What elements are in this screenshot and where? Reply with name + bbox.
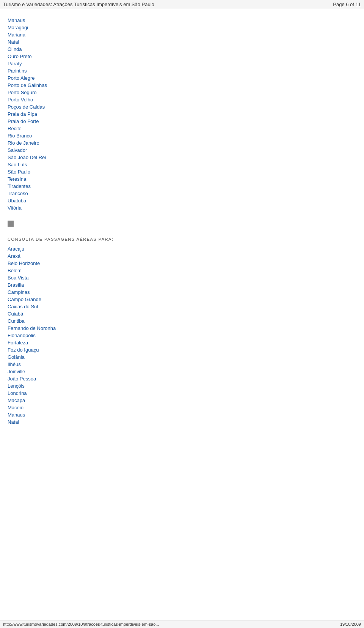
list-item: São João Del Rei: [8, 154, 353, 161]
city-link[interactable]: Mariana: [8, 32, 25, 38]
city-link[interactable]: Aracaju: [8, 246, 24, 252]
city-link[interactable]: Olinda: [8, 46, 22, 52]
list-item: Mariana: [8, 31, 353, 38]
city-link[interactable]: Manaus: [8, 412, 25, 418]
list-item: Cuiabá: [8, 310, 353, 317]
city-link[interactable]: Fernando de Noronha: [8, 325, 56, 331]
list-item: Porto Seguro: [8, 89, 353, 96]
list-item: Manaus: [8, 17, 353, 24]
city-link[interactable]: Brasília: [8, 282, 24, 288]
list-item: Araxá: [8, 252, 353, 260]
list-item: Rio Branco: [8, 132, 353, 139]
list-item: Caxias do Sul: [8, 303, 353, 310]
page-indicator: Page 6 of 11: [333, 2, 361, 7]
header-bar: Turismo e Variedades: Atrações Turística…: [0, 0, 364, 9]
city-link[interactable]: Manaus: [8, 17, 25, 23]
list-item: Recife: [8, 125, 353, 132]
list-item: Aracaju: [8, 245, 353, 252]
list-item: Manaus: [8, 411, 353, 418]
city-link[interactable]: Cuiabá: [8, 311, 23, 317]
city-link[interactable]: Florianópolis: [8, 333, 36, 338]
city-link[interactable]: São Paulo: [8, 169, 30, 175]
content-area: ManausMaragogiMarianaNatalOlindaOuro Pre…: [0, 9, 364, 437]
city-link[interactable]: Belo Horizonte: [8, 260, 40, 266]
list-item: Fernando de Noronha: [8, 325, 353, 332]
city-link[interactable]: Goiânia: [8, 354, 25, 360]
list-item: Porto Velho: [8, 96, 353, 103]
list-item: Londrina: [8, 390, 353, 397]
city-link[interactable]: Vitória: [8, 205, 22, 211]
city-link[interactable]: Joinville: [8, 369, 25, 374]
city-link[interactable]: Recife: [8, 126, 22, 131]
city-link[interactable]: Campo Grande: [8, 297, 41, 302]
list-item: Boa Vista: [8, 274, 353, 281]
city-link[interactable]: Ouro Preto: [8, 54, 32, 59]
list-item: Ilhéus: [8, 361, 353, 368]
city-link[interactable]: Praia da Pipa: [8, 111, 37, 117]
city-link[interactable]: Ubatuba: [8, 198, 26, 204]
bottom-city-list: AracajuAraxáBelo HorizonteBelémBoa Vista…: [8, 245, 353, 426]
city-link[interactable]: Londrina: [8, 390, 27, 396]
city-link[interactable]: Praia do Forte: [8, 118, 39, 124]
list-item: Parintins: [8, 67, 353, 74]
list-item: São Paulo: [8, 168, 353, 175]
list-item: Olinda: [8, 46, 353, 53]
city-link[interactable]: Salvador: [8, 147, 27, 153]
city-link[interactable]: Paraty: [8, 61, 22, 66]
list-item: Brasília: [8, 281, 353, 289]
city-link[interactable]: Teresina: [8, 176, 26, 182]
list-item: Porto Alegre: [8, 74, 353, 82]
city-link[interactable]: Porto de Galinhas: [8, 82, 47, 88]
city-link[interactable]: Caxias do Sul: [8, 304, 38, 309]
list-item: Vitória: [8, 204, 353, 211]
city-link[interactable]: Curitiba: [8, 318, 25, 324]
city-link[interactable]: Fortaleza: [8, 340, 28, 346]
city-link[interactable]: Rio de Janeiro: [8, 140, 39, 146]
list-item: Teresina: [8, 175, 353, 183]
city-link[interactable]: Lençóis: [8, 383, 25, 389]
city-link[interactable]: Campinas: [8, 289, 30, 295]
city-link[interactable]: Natal: [8, 419, 19, 425]
list-item: Rio de Janeiro: [8, 139, 353, 147]
top-city-list: ManausMaragogiMarianaNatalOlindaOuro Pre…: [8, 17, 353, 211]
city-link[interactable]: Araxá: [8, 253, 20, 259]
city-link[interactable]: Natal: [8, 39, 19, 45]
list-item: Natal: [8, 418, 353, 426]
city-link[interactable]: Foz do Iguaçu: [8, 347, 39, 353]
city-link[interactable]: Poços de Caldas: [8, 104, 45, 110]
city-link[interactable]: João Pessoa: [8, 376, 36, 382]
list-item: Praia do Forte: [8, 118, 353, 125]
city-link[interactable]: São João Del Rei: [8, 155, 46, 160]
section-label: CONSULTA DE PASSAGENS AÉREAS PARA:: [8, 237, 353, 241]
city-link[interactable]: Parintins: [8, 68, 27, 74]
city-link[interactable]: Porto Seguro: [8, 90, 37, 95]
city-link[interactable]: Ilhéus: [8, 361, 21, 367]
list-item: Praia da Pipa: [8, 110, 353, 118]
city-link[interactable]: Boa Vista: [8, 275, 28, 281]
city-link[interactable]: Belém: [8, 268, 22, 273]
city-link[interactable]: Porto Velho: [8, 97, 33, 103]
list-item: Fortaleza: [8, 339, 353, 346]
list-item: Curitiba: [8, 317, 353, 325]
list-item: Maceió: [8, 404, 353, 411]
list-item: Ubatuba: [8, 197, 353, 204]
city-link[interactable]: Maragogi: [8, 25, 28, 30]
city-link[interactable]: Rio Branco: [8, 133, 32, 139]
page-title: Turismo e Variedades: Atrações Turística…: [3, 2, 154, 7]
list-item: Paraty: [8, 60, 353, 67]
list-item: João Pessoa: [8, 375, 353, 382]
list-item: Belo Horizonte: [8, 260, 353, 267]
city-link[interactable]: Trancoso: [8, 191, 28, 196]
city-link[interactable]: Tiradentes: [8, 183, 31, 189]
city-link[interactable]: São Luís: [8, 162, 27, 167]
list-item: Tiradentes: [8, 183, 353, 190]
city-link[interactable]: Macapá: [8, 398, 25, 403]
city-link[interactable]: Maceió: [8, 405, 24, 410]
list-item: Lençóis: [8, 382, 353, 390]
list-item: Goiânia: [8, 353, 353, 361]
cross-icon: [8, 221, 14, 227]
list-item: Maragogi: [8, 24, 353, 31]
city-link[interactable]: Porto Alegre: [8, 75, 35, 81]
list-item: Trancoso: [8, 190, 353, 197]
list-item: Florianópolis: [8, 332, 353, 339]
